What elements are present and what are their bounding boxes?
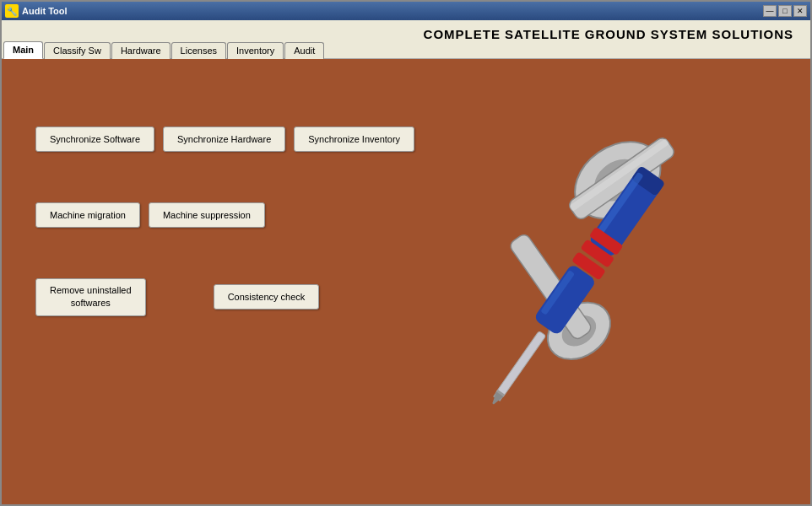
window-title: Audit Tool <box>22 6 68 16</box>
remove-uninstalled-button[interactable]: Remove uninstalled softwares <box>35 278 146 316</box>
title-bar-left: 🔧 Audit Tool <box>5 4 68 18</box>
button-row-1: Synchronize Software Synchronize Hardwar… <box>35 126 414 152</box>
tab-audit[interactable]: Audit <box>284 42 324 59</box>
sync-hardware-button[interactable]: Synchronize Hardware <box>163 126 285 152</box>
tab-hardware[interactable]: Hardware <box>111 42 171 59</box>
tab-classify-sw[interactable]: Classify Sw <box>44 42 111 59</box>
title-buttons: — □ ✕ <box>763 5 807 17</box>
main-window: 🔧 Audit Tool — □ ✕ Main Classify Sw Hard… <box>0 0 812 506</box>
button-row-3: Remove uninstalled softwares Consistency… <box>35 278 414 316</box>
menu-area: Main Classify Sw Hardware Licenses Inven… <box>2 20 810 59</box>
tab-main[interactable]: Main <box>3 41 43 59</box>
buttons-area: Synchronize Software Synchronize Hardwar… <box>35 126 414 316</box>
title-bar: 🔧 Audit Tool — □ ✕ <box>2 2 810 20</box>
svg-rect-16 <box>495 331 546 397</box>
tools-svg <box>490 126 760 447</box>
app-icon: 🔧 <box>5 4 19 18</box>
main-content: Synchronize Software Synchronize Hardwar… <box>2 59 810 504</box>
consistency-check-button[interactable]: Consistency check <box>214 284 320 310</box>
tab-bar: Main Classify Sw Hardware Licenses Inven… <box>3 40 324 58</box>
maximize-button[interactable]: □ <box>778 5 792 17</box>
sync-inventory-button[interactable]: Synchronize Inventory <box>294 126 414 152</box>
sync-software-button[interactable]: Synchronize Software <box>35 126 154 152</box>
tab-inventory[interactable]: Inventory <box>227 42 284 59</box>
button-row-2: Machine migration Machine suppression <box>35 202 414 228</box>
machine-suppression-button[interactable]: Machine suppression <box>149 202 265 228</box>
minimize-button[interactable]: — <box>763 5 777 17</box>
machine-migration-button[interactable]: Machine migration <box>35 202 140 228</box>
tools-illustration <box>490 126 760 447</box>
tab-licenses[interactable]: Licenses <box>171 42 226 59</box>
header-title: COMPLETE SATELLITE GROUND SYSTEM SOLUTIO… <box>424 27 793 41</box>
close-button[interactable]: ✕ <box>793 5 807 17</box>
